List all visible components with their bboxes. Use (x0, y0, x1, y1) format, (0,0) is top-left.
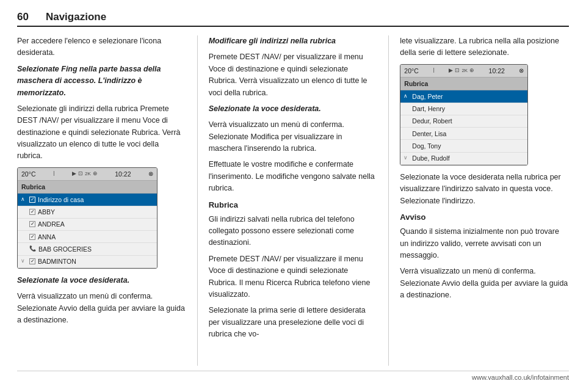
nav-list-item: ∨ BADMINTON (18, 256, 157, 268)
footer: www.vauxhall.co.uk/infotainment (17, 371, 569, 381)
page-title: Navigazione (46, 11, 106, 23)
nav-unit-1: 20°C I ▶ ⊡ 2K ⊕ 10:22 ⊗ Rubrica ∧ (17, 167, 157, 269)
nav-time-2: 10:22 (489, 66, 505, 76)
col2-para5: Premete DEST /NAV/ per visualizzare il m… (209, 253, 378, 301)
col1-para2: Selezionate Fing nella parte bassa della… (17, 64, 186, 99)
nav-list-item: ANNA (18, 231, 157, 243)
col2-para2-bold: Selezionate la voce desiderata. (209, 103, 378, 115)
nav-list-item: Dedur, Robert (400, 115, 527, 128)
nav-list-item: ANDREA (18, 219, 157, 231)
nav-list-item: Denter, Lisa (400, 128, 527, 140)
column-2: Modificare gli indirizzi nella rubrica P… (200, 35, 386, 366)
col2-para2: Verrà visualizzato un menù di conferma. … (209, 119, 378, 154)
nav-unit-2-label: Rubrica (400, 78, 527, 90)
col3-para1: lete visualizzare. La rubrica nella alla… (400, 35, 569, 59)
nav-list-item: ∧ Dag, Peter (400, 90, 527, 103)
col3-avviso-heading: Avviso (400, 211, 569, 223)
col2-para3: Effettuate le vostre modifiche e conferm… (209, 159, 378, 194)
divider-1 (197, 35, 198, 366)
col2-para6: Selezionate la prima serie di lettere de… (209, 305, 378, 340)
nav-list-item: ∧ Indirizzo di casa (18, 194, 157, 206)
col2-heading: Modificare gli indirizzi nella rubrica (209, 35, 378, 47)
col1-para4: Selezionate la voce desiderata. (17, 275, 186, 286)
col3-para4: Verrà visualizzato un menù di conferma. … (400, 266, 569, 301)
nav-list-item: 📞 BAB GROCERIES (18, 243, 157, 255)
col2-para1: Premete DEST /NAV/ per visualizzare il m… (209, 51, 378, 99)
divider-2 (388, 35, 389, 366)
nav-unit-1-header: 20°C I ▶ ⊡ 2K ⊕ 10:22 ⊗ (18, 168, 157, 181)
nav-list-item: Dog, Tony (400, 140, 527, 152)
nav-list-item: ∨ Dube, Rudolf (400, 153, 527, 165)
nav-unit-2-header: 20°C I ▶ ⊡ 2K ⊕ 10:22 ⊗ (400, 65, 527, 78)
nav-time-1: 10:22 (115, 169, 131, 179)
col1-para5: Verrà visualizzato un menù di conferma. … (17, 291, 186, 326)
nav-icons-1: ▶ ⊡ 2K ⊕ (72, 170, 98, 178)
nav-unit-1-label: Rubrica (18, 181, 157, 194)
col3-para2: Selezionate la voce desiderata nella rub… (400, 172, 569, 207)
col2-section-heading: Rubrica (209, 199, 378, 211)
col1-para1: Per accedere l'elenco e selezionare l'ic… (17, 35, 186, 59)
col2-para4: Gli indirizzi salvati nella rubrica del … (209, 214, 378, 249)
nav-temp-1: 20°C (21, 169, 35, 179)
nav-unit-2: 20°C I ▶ ⊡ 2K ⊕ 10:22 ⊗ Rubrica ∧ Dag, (400, 64, 528, 165)
column-3: lete visualizzare. La rubrica nella alla… (391, 35, 569, 366)
col1-para3: Selezionate gli indirizzi della rubrica … (17, 103, 186, 162)
nav-list-item: Dart, Henry (400, 103, 527, 115)
nav-unit-2-list: ∧ Dag, Peter Dart, Henry Dedur, Robert D… (400, 90, 527, 165)
col3-para3: Quando il sistema inizialmente non può t… (400, 226, 569, 261)
column-1: Per accedere l'elenco e selezionare l'ic… (17, 35, 195, 366)
footer-url: www.vauxhall.co.uk/infotainment (472, 374, 569, 381)
nav-temp-2: 20°C (404, 66, 418, 76)
nav-list-item: ABBY (18, 206, 157, 219)
nav-icons-2: ▶ ⊡ 2K ⊕ (449, 67, 474, 75)
nav-unit-1-list: ∧ Indirizzo di casa ABBY ANDREA (18, 194, 157, 268)
page-number: 60 (17, 11, 29, 23)
